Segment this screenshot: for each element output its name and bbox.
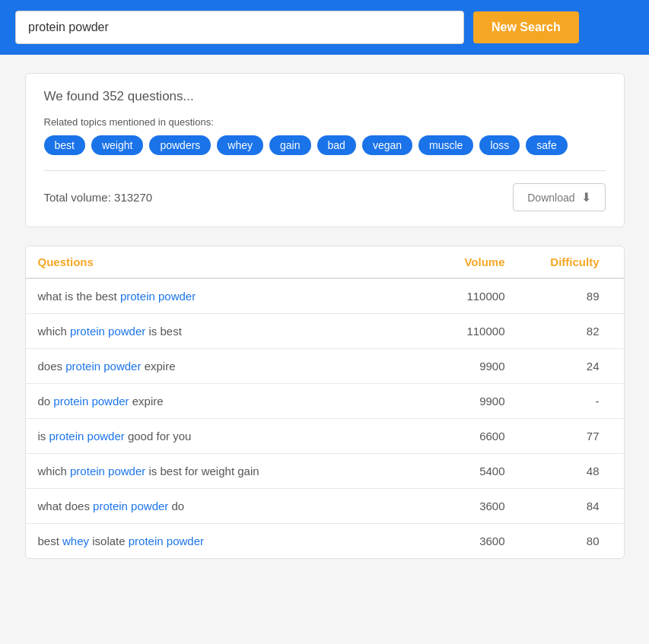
download-button[interactable]: Download ⬇ — [513, 183, 605, 211]
question-text: what is the best protein powder — [38, 290, 429, 303]
topic-tag-powders[interactable]: powders — [149, 135, 211, 155]
col-header-difficulty: Difficulty — [520, 255, 612, 268]
download-label: Download — [527, 192, 574, 204]
question-text: best whey isolate protein powder — [38, 535, 429, 547]
topic-tag-best[interactable]: best — [44, 135, 85, 155]
found-text: We found 352 questions... — [44, 89, 606, 104]
difficulty-cell: - — [520, 395, 612, 408]
question-text: which protein powder is best — [38, 325, 429, 338]
table-row[interactable]: which protein powder is best for weight … — [26, 454, 624, 489]
topics-row: bestweightpowderswheygainbadveganmusclel… — [44, 135, 606, 155]
summary-card: We found 352 questions... Related topics… — [25, 73, 625, 227]
volume-cell: 9900 — [429, 360, 520, 373]
topic-tag-whey[interactable]: whey — [217, 135, 263, 155]
highlight-word: protein — [49, 430, 84, 443]
highlight-word: powder — [103, 360, 141, 373]
difficulty-cell: 48 — [520, 465, 612, 477]
question-text: which protein powder is best for weight … — [38, 465, 429, 477]
volume-cell: 3600 — [429, 535, 520, 547]
highlight-word: protein — [70, 465, 105, 477]
table-row[interactable]: does protein powder expire990024 — [26, 349, 624, 384]
highlight-word: powder — [131, 500, 168, 512]
download-icon: ⬇ — [581, 190, 591, 205]
highlight-word: protein — [129, 535, 164, 547]
topic-tag-bad[interactable]: bad — [317, 135, 356, 155]
highlight-word: protein — [93, 500, 128, 512]
new-search-button[interactable]: New Search — [473, 11, 579, 43]
question-text: is protein powder good for you — [38, 430, 429, 443]
topic-tag-muscle[interactable]: muscle — [418, 135, 473, 155]
topic-tag-weight[interactable]: weight — [91, 135, 143, 155]
highlight-word: protein — [120, 290, 155, 303]
question-text: do protein powder expire — [38, 395, 429, 408]
difficulty-cell: 82 — [520, 325, 612, 338]
volume-row: Total volume: 313270 Download ⬇ — [44, 170, 606, 211]
related-label: Related topics mentioned in questions: — [44, 116, 606, 128]
volume-cell: 9900 — [429, 395, 520, 408]
main-content: We found 352 questions... Related topics… — [13, 73, 637, 559]
table-header: Questions Volume Difficulty — [26, 246, 624, 279]
question-text: does protein powder expire — [38, 360, 429, 373]
highlight-word: protein — [70, 325, 105, 338]
highlight-word: powder — [108, 465, 145, 477]
highlight-word: powder — [167, 535, 204, 547]
header: New Search — [0, 0, 649, 55]
table-row[interactable]: what does protein powder do360084 — [26, 489, 624, 524]
table-row[interactable]: is protein powder good for you660077 — [26, 419, 624, 454]
topic-tag-gain[interactable]: gain — [269, 135, 310, 155]
question-text: what does protein powder do — [38, 500, 429, 512]
volume-cell: 3600 — [429, 500, 520, 512]
difficulty-cell: 24 — [520, 360, 612, 373]
table-row[interactable]: what is the best protein powder11000089 — [26, 279, 624, 314]
highlight-word: powder — [108, 325, 145, 338]
col-header-questions: Questions — [38, 255, 429, 268]
volume-cell: 110000 — [429, 325, 520, 338]
highlight-word: powder — [158, 290, 196, 303]
search-input[interactable] — [15, 11, 464, 44]
volume-cell: 110000 — [429, 290, 520, 303]
volume-cell: 5400 — [429, 465, 520, 477]
highlight-word: protein — [53, 395, 88, 408]
topic-tag-loss[interactable]: loss — [479, 135, 520, 155]
topic-tag-vegan[interactable]: vegan — [362, 135, 412, 155]
highlight-word: whey — [62, 535, 89, 547]
total-volume: Total volume: 313270 — [44, 191, 153, 204]
table-row[interactable]: best whey isolate protein powder360080 — [26, 524, 624, 558]
difficulty-cell: 77 — [520, 430, 612, 443]
difficulty-cell: 89 — [520, 290, 612, 303]
highlight-word: protein — [65, 360, 100, 373]
difficulty-cell: 80 — [520, 535, 612, 547]
table-body: what is the best protein powder11000089w… — [26, 279, 624, 558]
table-row[interactable]: which protein powder is best11000082 — [26, 314, 624, 349]
table-row[interactable]: do protein powder expire9900- — [26, 384, 624, 419]
difficulty-cell: 84 — [520, 500, 612, 512]
col-header-volume: Volume — [429, 255, 520, 268]
topic-tag-safe[interactable]: safe — [526, 135, 567, 155]
volume-cell: 6600 — [429, 430, 520, 443]
highlight-word: powder — [87, 430, 125, 443]
highlight-word: powder — [91, 395, 129, 408]
results-table: Questions Volume Difficulty what is the … — [25, 246, 625, 559]
